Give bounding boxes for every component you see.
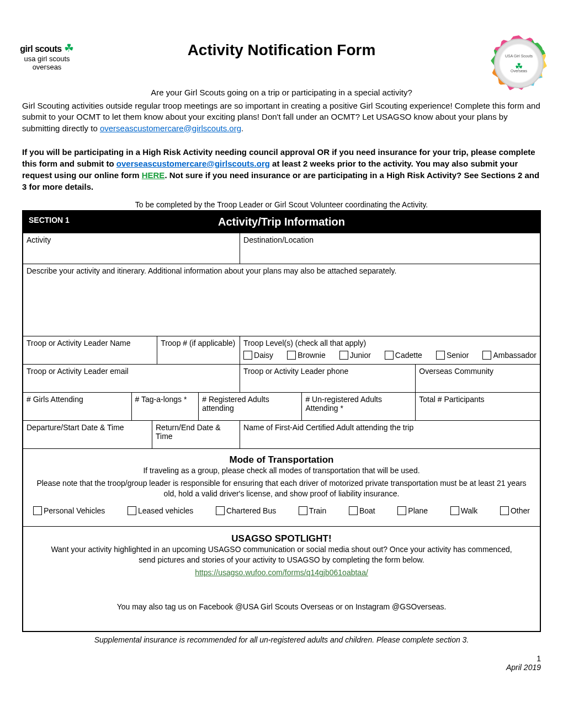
mode-leased[interactable]: Leased vehicles [128,506,193,515]
mode-boat[interactable]: Boat [349,506,375,515]
level-brownie[interactable]: Brownie [287,351,326,360]
spotlight-title: USAGSO SPOTLIGHT! [40,530,523,544]
logo-line1: girl scouts [20,44,61,53]
field-total[interactable]: Total # Participants [416,393,540,420]
checkbox-other[interactable] [500,506,509,515]
section1-form: SECTION 1 Activity/Trip Information Acti… [22,210,541,633]
online-form-link[interactable]: HERE [142,170,165,180]
field-describe[interactable]: Describe your activity and itinerary. Ad… [23,264,540,336]
page-footer: 1 April 2019 [22,654,541,672]
section1-header: SECTION 1 Activity/Trip Information [23,211,540,233]
mode-plane[interactable]: Plane [397,506,428,515]
checkbox-plane[interactable] [397,506,406,515]
email-link-1[interactable]: overseascustomercare@girlscouts.org [100,124,241,133]
mode-personal[interactable]: Personal Vehicles [33,506,105,515]
checkbox-personal[interactable] [33,506,42,515]
field-tagalongs[interactable]: # Tag-a-longs * [132,393,199,420]
supplemental-note: Supplemental insurance is recommended fo… [22,635,541,644]
level-ambassador[interactable]: Ambassador [482,351,537,360]
spotlight-url[interactable]: https://usagso.wufoo.com/forms/q14gjb061… [195,568,368,577]
intro-paragraph: Girl Scouting activities outside regular… [22,100,541,134]
section1-title: Activity/Trip Information [29,216,534,228]
email-link-2[interactable]: overseascustomercare@girlscouts.org [116,159,270,168]
field-girls[interactable]: # Girls Attending [23,393,132,420]
logo-line3: overseas [17,63,77,71]
mode-other[interactable]: Other [500,506,530,515]
spotlight-tag: You may also tag us on Facebook @USA Gir… [40,602,523,614]
checkbox-brownie[interactable] [287,351,296,360]
field-destination[interactable]: Destination/Location [240,233,540,264]
level-senior[interactable]: Senior [436,351,469,360]
mode-walk[interactable]: Walk [450,506,478,515]
field-activity[interactable]: Activity [23,233,240,264]
field-leader-name[interactable]: Troop or Activity Leader Name [23,336,157,364]
footer-date: April 2019 [22,663,541,672]
checkbox-senior[interactable] [436,351,445,360]
mode-chartered[interactable]: Chartered Bus [216,506,276,515]
field-reg-adults[interactable]: # Registered Adults attending [199,393,302,420]
checkbox-chartered[interactable] [216,506,225,515]
field-firstaid[interactable]: Name of First-Aid Certified Adult attend… [240,421,540,448]
section1-label: SECTION 1 [29,216,70,224]
trefoil-icon: ☘ [64,41,74,55]
field-troop-num[interactable]: Troop # (if applicable) [157,336,240,364]
field-unreg-adults[interactable]: # Un-registered Adults Attending * [302,393,416,420]
subtitle: Are your Girl Scouts going on a trip or … [22,88,541,97]
checkbox-train[interactable] [299,506,307,515]
field-return[interactable]: Return/End Date & Time [152,421,240,448]
level-cadette[interactable]: Cadette [385,351,422,360]
checkbox-boat[interactable] [349,506,358,515]
level-junior[interactable]: Junior [339,351,371,360]
spotlight-block: USAGSO SPOTLIGHT! Want your activity hig… [23,527,540,631]
level-daisy[interactable]: Daisy [243,351,273,360]
checkbox-junior[interactable] [339,351,348,360]
field-leader-phone[interactable]: Troop or Activity Leader phone [240,365,416,392]
page-number: 1 [22,654,541,663]
bold-instructions: If you will be participating in a High R… [22,146,541,192]
transport-block: Mode of Transportation If traveling as a… [23,449,540,526]
mode-train[interactable]: Train [299,506,326,515]
completed-by-note: To be completed by the Troop Leader or G… [22,200,541,209]
gs-logo-left: girl scouts☘ usa girl scouts overseas [17,41,77,71]
checkbox-ambassador[interactable] [482,351,491,360]
transport-title: Mode of Transportation [26,451,537,465]
checkbox-daisy[interactable] [243,351,252,360]
field-leader-email[interactable]: Troop or Activity Leader email [23,365,240,392]
checkbox-leased[interactable] [128,506,136,515]
logo-line2: usa girl scouts [17,55,77,63]
checkbox-cadette[interactable] [385,351,394,360]
checkbox-walk[interactable] [450,506,459,515]
field-depart[interactable]: Departure/Start Date & Time [23,421,152,448]
field-community[interactable]: Overseas Community [416,365,540,392]
usagso-badge: USA Girl Scouts ☘ Overseas [491,39,546,94]
page-title: Activity Notification Form [22,41,541,59]
field-troop-levels: Troop Level(s) (check all that apply) Da… [240,336,540,364]
